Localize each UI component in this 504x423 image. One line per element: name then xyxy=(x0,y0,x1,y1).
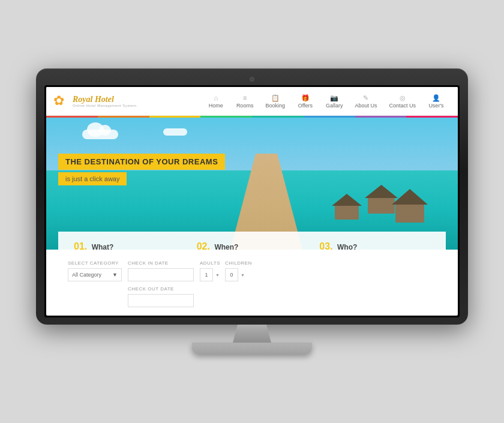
rooms-icon: ≡ xyxy=(243,94,247,102)
nav-label-booking: Booking xyxy=(265,103,285,109)
booking-step-2: 02. When? xyxy=(191,238,314,256)
adults-label: Adults xyxy=(200,260,220,266)
bungalow-2 xyxy=(392,189,428,223)
nav-label-gallery: Gallary xyxy=(326,103,343,109)
logo-text: Royal Hotel Online Hotel Management Syst… xyxy=(73,95,136,107)
bungalow-3-house xyxy=(335,205,359,220)
children-counter: 0 ▼ xyxy=(225,268,252,281)
children-arrow-icon: ▼ xyxy=(241,273,245,277)
checkout-input[interactable] xyxy=(128,294,194,307)
step-3-label: Who? xyxy=(337,243,357,251)
nav-item-user[interactable]: 👤 User's xyxy=(422,92,451,110)
category-select[interactable]: All Category ▼ xyxy=(68,268,122,281)
nav-bar: ✿ Royal Hotel Online Hotel Management Sy… xyxy=(46,87,458,116)
gallery-icon: 📷 xyxy=(330,94,338,102)
monitor-screen: ✿ Royal Hotel Online Hotel Management Sy… xyxy=(46,87,458,316)
monitor-camera xyxy=(250,77,254,82)
bungalow-1-house xyxy=(368,197,395,214)
bungalow-3 xyxy=(332,194,362,220)
adults-arrow-icon: ▼ xyxy=(215,273,220,277)
website: ✿ Royal Hotel Online Hotel Management Sy… xyxy=(46,87,458,316)
nav-label-rooms: Rooms xyxy=(236,103,254,109)
nav-label-contact: Contact Us xyxy=(389,103,416,109)
booking-step-1: 01. What? xyxy=(68,238,191,256)
step-3-number: 03. xyxy=(319,241,332,251)
booking-section: 01. What? 02. When? 03. Who? xyxy=(58,232,446,316)
monitor: ✿ Royal Hotel Online Hotel Management Sy… xyxy=(36,68,468,355)
monitor-stand-base xyxy=(192,343,312,355)
adults-counter: 1 ▼ xyxy=(200,268,220,281)
monitor-stand-neck xyxy=(228,325,276,343)
step-2-label: When? xyxy=(214,243,238,251)
scene: ✿ Royal Hotel Online Hotel Management Sy… xyxy=(0,0,504,423)
nav-item-home[interactable]: ⌂ Home xyxy=(202,92,230,110)
step-2-number: 02. xyxy=(197,241,210,251)
nav-item-about[interactable]: ✎ About Us xyxy=(349,92,383,110)
nav-item-offers[interactable]: 🎁 Offers xyxy=(291,92,320,110)
offers-icon: 🎁 xyxy=(301,94,310,102)
guests-field-group: Adults 1 ▼ Children xyxy=(200,260,252,281)
step-1-label: What? xyxy=(92,243,114,251)
checkin-label: Check In Date xyxy=(128,260,194,266)
logo-subtitle: Online Hotel Management System xyxy=(73,104,136,107)
about-icon: ✎ xyxy=(363,94,368,102)
booking-icon: 📋 xyxy=(271,94,280,102)
hero-subline: is just a click away xyxy=(58,172,127,185)
booking-step-3: 03. Who? xyxy=(313,238,436,256)
nav-item-booking[interactable]: 📋 Booking xyxy=(259,92,291,110)
nav-label-offers: Offers xyxy=(298,103,313,109)
nav-item-contact[interactable]: ◎ Contact Us xyxy=(383,92,422,110)
hero-section: THE DESTINATION OF YOUR DREAMS is just a… xyxy=(46,118,458,250)
bungalow-2-house xyxy=(395,203,424,223)
step-1-number: 01. xyxy=(74,241,87,251)
logo-icon: ✿ xyxy=(53,93,70,110)
checkout-label: Check Out Date xyxy=(128,286,194,292)
logo-title: Royal Hotel xyxy=(73,95,136,104)
booking-fields: Select Category All Category ▼ Check In … xyxy=(68,260,436,307)
cloud-1 xyxy=(82,130,118,139)
adults-children-group: Adults 1 ▼ Children xyxy=(200,260,252,281)
monitor-body: ✿ Royal Hotel Online Hotel Management Sy… xyxy=(36,68,468,325)
children-label: Children xyxy=(225,260,252,266)
nav-items: ⌂ Home ≡ Rooms 📋 Booking xyxy=(202,92,451,110)
dates-field-group: Check In Date Check Out Date xyxy=(128,260,194,307)
checkin-input[interactable] xyxy=(128,268,194,281)
category-arrow-icon: ▼ xyxy=(112,272,118,278)
nav-item-gallery[interactable]: 📷 Gallary xyxy=(320,92,349,110)
user-icon: 👤 xyxy=(432,94,440,102)
contact-icon: ◎ xyxy=(400,94,406,102)
category-label: Select Category xyxy=(68,260,122,266)
adults-value[interactable]: 1 xyxy=(200,268,213,281)
hero-background: THE DESTINATION OF YOUR DREAMS is just a… xyxy=(46,118,458,250)
logo-area: ✿ Royal Hotel Online Hotel Management Sy… xyxy=(53,93,136,110)
home-icon: ⌂ xyxy=(214,94,218,102)
category-field-group: Select Category All Category ▼ xyxy=(68,260,122,281)
cloud-2 xyxy=(163,128,187,136)
children-value[interactable]: 0 xyxy=(225,268,238,281)
nav-item-rooms[interactable]: ≡ Rooms xyxy=(230,92,260,110)
nav-label-user: User's xyxy=(428,103,443,109)
booking-steps: 01. What? 02. When? 03. Who? xyxy=(68,238,436,256)
bungalow-3-roof xyxy=(332,194,362,206)
nav-label-about: About Us xyxy=(355,103,377,109)
category-value: All Category xyxy=(72,272,101,278)
nav-label-home: Home xyxy=(209,103,223,109)
monitor-screen-bezel: ✿ Royal Hotel Online Hotel Management Sy… xyxy=(44,85,460,317)
bungalow-2-roof xyxy=(392,189,428,205)
children-field-group: Children 0 ▼ xyxy=(225,260,252,281)
hero-headline: THE DESTINATION OF YOUR DREAMS xyxy=(58,154,225,170)
hero-text-overlay: THE DESTINATION OF YOUR DREAMS is just a… xyxy=(58,154,225,185)
adults-field-group: Adults 1 ▼ xyxy=(200,260,220,281)
